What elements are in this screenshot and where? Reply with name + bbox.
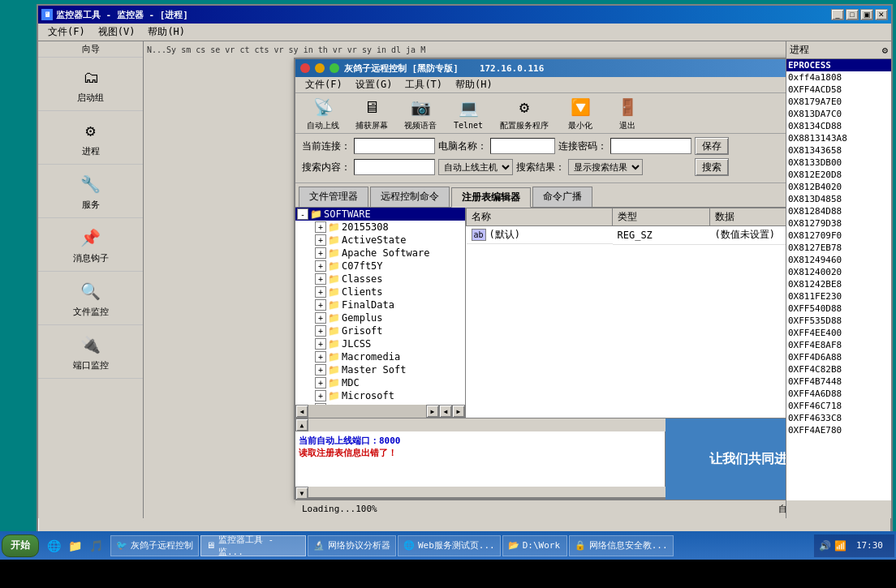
search-button[interactable]: 搜索 [695,158,729,176]
form-row-1: 当前连接： 电脑名称： 连接密码： 保存 [302,137,786,155]
tab-command-broadcast[interactable]: 命令广播 [532,187,592,207]
tab-file-manager[interactable]: 文件管理器 [299,187,368,207]
table-row[interactable]: ab (默认) REG_SZ (数值未设置) [467,226,786,245]
taskbar-app-pigeon[interactable]: 🐦 灰鸽子远程控制 [110,535,199,556]
tree-item-clients[interactable]: + 📁 Clients [295,285,465,298]
toolbar-capture-screen[interactable]: 🖥 捕获屏幕 [351,94,393,133]
process-item-19: 0X811FE230 [786,290,891,303]
jlcss-expand[interactable]: + [315,338,326,350]
start-button[interactable]: 开始 [2,534,39,557]
inner-menu-file[interactable]: 文件(F) [299,76,349,93]
toolbar-video-audio[interactable]: 📷 视频语音 [399,94,442,133]
log-scroll-down[interactable]: ▼ [295,487,308,500]
outer-close-button[interactable]: ✕ [875,9,888,20]
conn-password-input[interactable] [610,138,691,154]
tree-item-grisoft[interactable]: + 📁 Grisoft [295,324,465,337]
tree-scroll-right[interactable]: ▶ [426,405,439,418]
search-result-select[interactable]: 显示搜索结果 [568,159,643,175]
tree-item-gemplus[interactable]: + 📁 Gemplus [295,311,465,324]
connection-form: 当前连接： 电脑名称： 连接密码： 保存 搜索内容： [295,134,786,183]
taskbar-app-monitor[interactable]: 🖥 监控器工具 - 监... [200,535,306,556]
tree-item-finaldata[interactable]: + 📁 FinalData [295,298,465,311]
tree-item-activestate[interactable]: + 📁 ActiveState [295,234,465,247]
classes-expand[interactable]: + [315,273,326,285]
toolbar-config-service[interactable]: ⚙ 配置服务程序 [495,94,554,133]
sidebar-item-service[interactable]: 🔧 服务 [38,165,143,218]
outer-maximize-button[interactable]: ▣ [860,9,873,20]
sidebar-item-portmon[interactable]: 🔌 端口监控 [38,325,143,379]
log-banner: 让我们共同进步 [666,418,786,500]
process-item-18: 0X81242BE8 [786,278,891,290]
taskbar-netsec-label: 网络信息安全教... [589,539,668,552]
pc-name-input[interactable] [490,138,555,154]
current-conn-input[interactable] [354,138,435,154]
20155308-label: 20155308 [342,221,389,233]
process-settings-icon[interactable]: ⚙ [882,45,888,56]
sidebar-item-startup[interactable]: 🗂 启动组 [38,58,143,111]
process-header-label: 进程 [790,43,809,57]
tree-item-c07ft5y[interactable]: + 📁 C07ft5Y [295,260,465,273]
activestate-icon: 📁 [328,234,340,246]
sidebar-item-hook[interactable]: 📌 消息钩子 [38,218,143,272]
tree-item-classes[interactable]: + 📁 Classes [295,273,465,285]
20155308-expand[interactable]: + [315,221,326,233]
tab-remote-control[interactable]: 远程控制命令 [370,187,450,207]
tab-registry-editor[interactable]: 注册表编辑器 [451,187,531,208]
auto-online-select[interactable]: 自动上线主机 [438,159,513,175]
mastersoft-expand[interactable]: + [315,364,326,376]
finaldata-expand[interactable]: + [315,299,326,311]
taskbar-folder-icon[interactable]: 📁 [65,536,84,556]
grisoft-expand[interactable]: + [315,325,326,337]
process-item-25: 0XFF4C82B8 [786,363,891,376]
activestate-expand[interactable]: + [315,234,326,246]
tree-item-microsoft[interactable]: + 📁 Microsoft [295,389,465,402]
outer-restore-button[interactable]: □ [846,9,859,20]
toolbar-auto-online[interactable]: 📡 自动上线 [302,94,344,133]
toolbar-telnet[interactable]: 💻 Telnet [448,95,489,131]
inner-menu-tools[interactable]: 工具(T) [398,76,449,93]
tree-scroll-left[interactable]: ◀ [295,405,308,418]
taskbar-ie-icon[interactable]: 🌐 [44,536,63,556]
inner-menu-settings[interactable]: 设置(G) [349,76,399,93]
menu-help[interactable]: 帮助(H) [141,24,192,41]
log-area: ▲ 当前自动上线端口：8000 读取注册表信息出错了！ ▼ 让我们共同进步 [295,418,786,500]
sidebar-item-filemon[interactable]: 🔍 文件监控 [38,272,143,325]
taskbar-app-webtest[interactable]: 🌐 Web服务测试页... [398,535,501,556]
gemplus-expand[interactable]: + [315,312,326,324]
software-expand[interactable]: - [297,208,308,220]
log-scroll-top: ▲ [295,418,666,431]
log-line2: 读取注册表信息出错了！ [299,447,661,459]
clients-expand[interactable]: + [315,286,326,298]
taskbar-app-dwork[interactable]: 📂 D:\Work [502,535,567,556]
c07ft5y-expand[interactable]: + [315,260,326,272]
tree-nav-btn2[interactable]: ▶ [452,405,465,418]
save-button[interactable]: 保存 [695,137,729,155]
taskbar-app-netsec[interactable]: 🔒 网络信息安全教... [569,535,674,556]
inner-menu-help[interactable]: 帮助(H) [449,76,499,93]
menu-view[interactable]: 视图(V) [92,24,142,41]
microsoft-expand[interactable]: + [315,390,326,401]
outer-minimize-button[interactable]: _ [831,9,844,20]
menu-file[interactable]: 文件(F) [41,24,92,41]
tree-item-mastersoft[interactable]: + 📁 Master Soft [295,363,465,376]
macromedia-expand[interactable]: + [315,351,326,363]
taskbar-app-netanalyzer[interactable]: 🔬 网络协议分析器 [308,535,396,556]
search-input[interactable] [354,159,435,175]
toolbar-exit[interactable]: 🚪 退出 [607,94,648,133]
sidebar-item-process[interactable]: ⚙ 进程 [38,111,143,165]
tree-item-mdc[interactable]: + 📁 MDC [295,376,465,389]
apache-expand[interactable]: + [315,247,326,259]
tree-item-macromedia[interactable]: + 📁 Macromedia [295,350,465,363]
tree-nav-btn1[interactable]: ◀ [439,405,452,418]
tree-item-jlcss[interactable]: + 📁 JLCSS [295,337,465,350]
mdc-expand[interactable]: + [315,377,326,388]
capture-screen-icon: 🖥 [360,96,383,118]
process-list-content[interactable]: EPROCESS 0xff4a1808 0XFF4ACD58 0X8179A7E… [786,59,891,500]
tree-item-apache[interactable]: + 📁 Apache Software [295,247,465,260]
taskbar-netsec-icon: 🔒 [575,540,586,551]
log-scroll-up[interactable]: ▲ [295,418,308,431]
toolbar-minimize[interactable]: 🔽 最小化 [560,94,601,133]
tree-item-20155308[interactable]: + 📁 20155308 [295,221,465,234]
tree-item-software[interactable]: - 📁 SOFTWARE [295,208,465,221]
taskbar-media-icon[interactable]: 🎵 [86,536,106,556]
